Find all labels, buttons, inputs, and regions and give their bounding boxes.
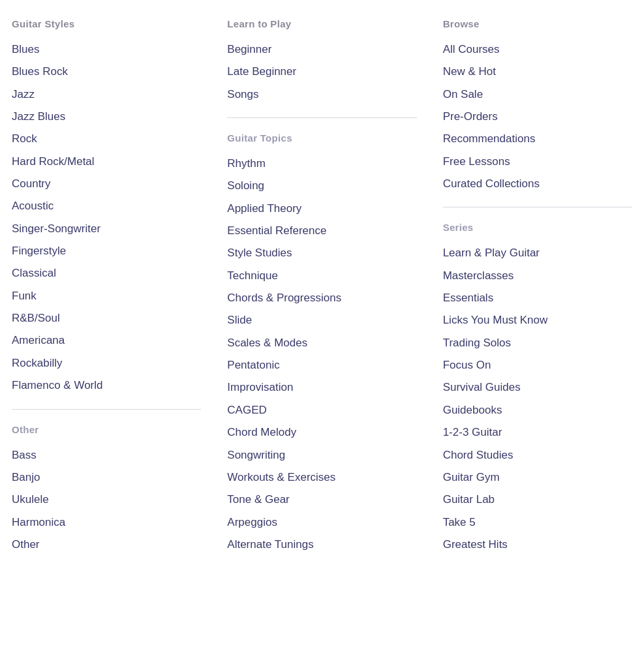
menu-item-guidebooks[interactable]: Guidebooks bbox=[443, 399, 632, 421]
menu-item-bass[interactable]: Bass bbox=[12, 444, 201, 466]
section-header-series: Series bbox=[443, 222, 632, 233]
menu-item-blues-rock[interactable]: Blues Rock bbox=[12, 61, 201, 83]
menu-item-other[interactable]: Other bbox=[12, 534, 201, 556]
menu-item-fingerstyle[interactable]: Fingerstyle bbox=[12, 240, 201, 262]
menu-item-ukulele[interactable]: Ukulele bbox=[12, 489, 201, 511]
section-divider bbox=[227, 117, 416, 118]
menu-item-chords-progressions[interactable]: Chords & Progressions bbox=[227, 287, 416, 309]
section-header-browse: Browse bbox=[443, 18, 632, 29]
menu-item-chord-studies[interactable]: Chord Studies bbox=[443, 444, 632, 466]
menu-item-beginner[interactable]: Beginner bbox=[227, 38, 416, 61]
menu-item-survival-guides[interactable]: Survival Guides bbox=[443, 376, 632, 399]
menu-item-pentatonic[interactable]: Pentatonic bbox=[227, 354, 416, 376]
menu-item-guitar-lab[interactable]: Guitar Lab bbox=[443, 489, 632, 511]
menu-item-slide[interactable]: Slide bbox=[227, 309, 416, 331]
menu-item-learn-play-guitar[interactable]: Learn & Play Guitar bbox=[443, 242, 632, 264]
menu-item-curated-collections[interactable]: Curated Collections bbox=[443, 173, 632, 195]
section-header-guitar-topics: Guitar Topics bbox=[227, 132, 416, 144]
menu-item-masterclasses[interactable]: Masterclasses bbox=[443, 265, 632, 287]
menu-grid: Guitar StylesBluesBlues RockJazzJazz Blu… bbox=[12, 16, 632, 556]
column-1: Learn to PlayBeginnerLate BeginnerSongsG… bbox=[227, 16, 416, 556]
menu-item-rhythm[interactable]: Rhythm bbox=[227, 153, 416, 175]
section-header-other: Other bbox=[12, 424, 201, 435]
menu-item-harmonica[interactable]: Harmonica bbox=[12, 511, 201, 534]
menu-item-jazz-blues[interactable]: Jazz Blues bbox=[12, 106, 201, 128]
menu-item-guitar-gym[interactable]: Guitar Gym bbox=[443, 466, 632, 489]
section-divider bbox=[12, 409, 201, 410]
menu-item-essentials[interactable]: Essentials bbox=[443, 287, 632, 309]
section-divider bbox=[443, 207, 632, 207]
menu-item-improvisation[interactable]: Improvisation bbox=[227, 376, 416, 399]
column-2: BrowseAll CoursesNew & HotOn SalePre-Ord… bbox=[443, 16, 632, 556]
menu-item-classical[interactable]: Classical bbox=[12, 262, 201, 284]
section-header-guitar-styles: Guitar Styles bbox=[12, 18, 201, 29]
menu-item-blues[interactable]: Blues bbox=[12, 38, 201, 61]
menu-item-new-hot[interactable]: New & Hot bbox=[443, 61, 632, 83]
menu-item-late-beginner[interactable]: Late Beginner bbox=[227, 61, 416, 83]
menu-item-essential-reference[interactable]: Essential Reference bbox=[227, 220, 416, 242]
menu-item-licks-you-must-know[interactable]: Licks You Must Know bbox=[443, 309, 632, 331]
menu-item-scales-modes[interactable]: Scales & Modes bbox=[227, 332, 416, 354]
menu-item-arpeggios[interactable]: Arpeggios bbox=[227, 511, 416, 534]
menu-item-all-courses[interactable]: All Courses bbox=[443, 38, 632, 61]
menu-item-americana[interactable]: Americana bbox=[12, 329, 201, 352]
menu-item-jazz[interactable]: Jazz bbox=[12, 84, 201, 106]
column-0: Guitar StylesBluesBlues RockJazzJazz Blu… bbox=[12, 16, 201, 556]
menu-item-workouts-exercises[interactable]: Workouts & Exercises bbox=[227, 466, 416, 489]
menu-item-songs[interactable]: Songs bbox=[227, 84, 416, 106]
menu-item-technique[interactable]: Technique bbox=[227, 265, 416, 287]
section-header-learn-to-play: Learn to Play bbox=[227, 18, 416, 29]
menu-item-tone-gear[interactable]: Tone & Gear bbox=[227, 489, 416, 511]
menu-item-r-b-soul[interactable]: R&B/Soul bbox=[12, 307, 201, 329]
menu-item-focus-on[interactable]: Focus On bbox=[443, 354, 632, 376]
menu-item-on-sale[interactable]: On Sale bbox=[443, 84, 632, 106]
menu-item-hard-rock-metal[interactable]: Hard Rock/Metal bbox=[12, 151, 201, 173]
menu-item-style-studies[interactable]: Style Studies bbox=[227, 242, 416, 264]
menu-item-country[interactable]: Country bbox=[12, 173, 201, 195]
menu-item-alternate-tunings[interactable]: Alternate Tunings bbox=[227, 534, 416, 556]
menu-item-1-2-3-guitar[interactable]: 1-2-3 Guitar bbox=[443, 421, 632, 444]
menu-item-rock[interactable]: Rock bbox=[12, 128, 201, 150]
menu-item-applied-theory[interactable]: Applied Theory bbox=[227, 198, 416, 220]
menu-item-acoustic[interactable]: Acoustic bbox=[12, 195, 201, 217]
menu-item-singer-songwriter[interactable]: Singer-Songwriter bbox=[12, 218, 201, 240]
menu-item-rockabilly[interactable]: Rockabilly bbox=[12, 352, 201, 374]
menu-item-songwriting[interactable]: Songwriting bbox=[227, 444, 416, 466]
menu-item-take-5[interactable]: Take 5 bbox=[443, 511, 632, 534]
menu-item-flamenco-world[interactable]: Flamenco & World bbox=[12, 374, 201, 397]
menu-item-funk[interactable]: Funk bbox=[12, 285, 201, 307]
menu-item-greatest-hits[interactable]: Greatest Hits bbox=[443, 534, 632, 556]
menu-item-trading-solos[interactable]: Trading Solos bbox=[443, 332, 632, 354]
menu-item-pre-orders[interactable]: Pre-Orders bbox=[443, 106, 632, 128]
menu-item-chord-melody[interactable]: Chord Melody bbox=[227, 421, 416, 444]
menu-item-banjo[interactable]: Banjo bbox=[12, 466, 201, 489]
menu-item-free-lessons[interactable]: Free Lessons bbox=[443, 151, 632, 173]
menu-item-caged[interactable]: CAGED bbox=[227, 399, 416, 421]
menu-item-soloing[interactable]: Soloing bbox=[227, 175, 416, 197]
menu-item-recommendations[interactable]: Recommendations bbox=[443, 128, 632, 150]
